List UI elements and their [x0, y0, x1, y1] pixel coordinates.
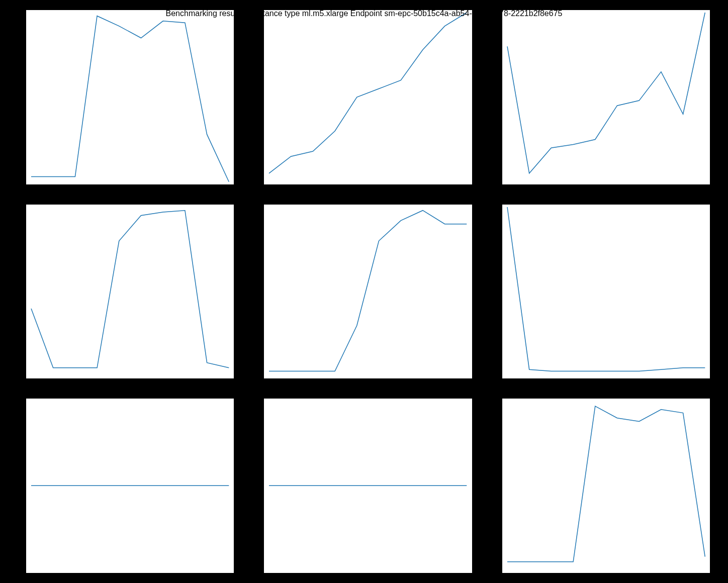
- chart-svg-7: [264, 399, 472, 573]
- chart-panel-4: [264, 205, 472, 379]
- chart-panel-8: [502, 399, 710, 573]
- chart-panel-2: [502, 10, 710, 184]
- chart-grid: [26, 10, 710, 573]
- chart-panel-6: [26, 399, 234, 573]
- chart-svg-5: [502, 205, 710, 379]
- chart-svg-1: [264, 10, 472, 184]
- chart-svg-8: [502, 399, 710, 573]
- chart-svg-0: [26, 10, 234, 184]
- chart-panel-1: [264, 10, 472, 184]
- chart-panel-3: [26, 205, 234, 379]
- chart-panel-5: [502, 205, 710, 379]
- chart-svg-6: [26, 399, 234, 573]
- chart-panel-0: [26, 10, 234, 184]
- chart-panel-7: [264, 399, 472, 573]
- chart-svg-2: [502, 10, 710, 184]
- chart-svg-4: [264, 205, 472, 379]
- chart-svg-3: [26, 205, 234, 379]
